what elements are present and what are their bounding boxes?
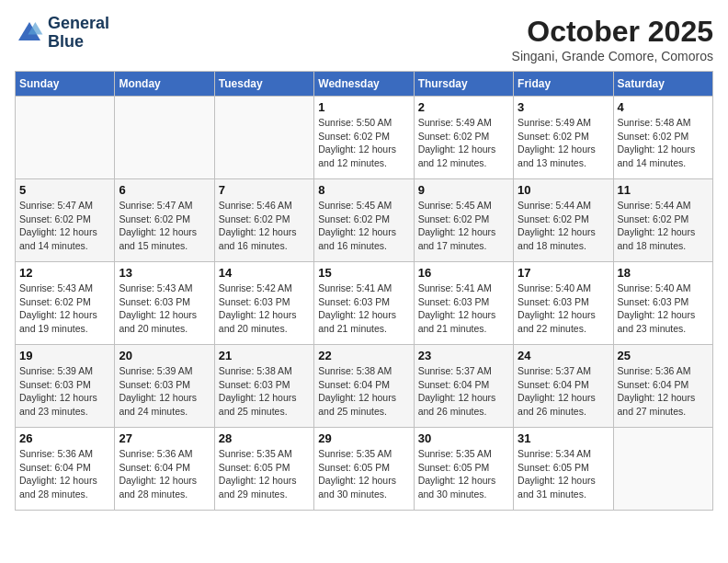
calendar-cell: 6Sunrise: 5:47 AMSunset: 6:02 PMDaylight… [115, 179, 214, 262]
day-info: Sunrise: 5:38 AMSunset: 6:04 PMDaylight:… [318, 364, 409, 419]
day-info: Sunrise: 5:40 AMSunset: 6:03 PMDaylight:… [618, 282, 709, 336]
calendar-cell: 10Sunrise: 5:44 AMSunset: 6:02 PMDayligh… [514, 179, 613, 262]
page-header: General Blue October 2025 Singani, Grand… [15, 15, 713, 63]
calendar-week-row: 12Sunrise: 5:43 AMSunset: 6:02 PMDayligh… [16, 262, 713, 345]
day-info: Sunrise: 5:47 AMSunset: 6:02 PMDaylight:… [119, 199, 210, 253]
title-section: October 2025 Singani, Grande Comore, Com… [512, 15, 713, 63]
day-info: Sunrise: 5:34 AMSunset: 6:05 PMDaylight:… [518, 447, 609, 501]
day-number: 21 [219, 349, 310, 362]
weekday-header-saturday: Saturday [613, 72, 712, 97]
day-info: Sunrise: 5:43 AMSunset: 6:03 PMDaylight:… [119, 282, 210, 336]
logo-line2: Blue [48, 33, 109, 52]
day-number: 7 [219, 183, 310, 197]
day-info: Sunrise: 5:49 AMSunset: 6:02 PMDaylight:… [418, 116, 509, 170]
day-info: Sunrise: 5:40 AMSunset: 6:03 PMDaylight:… [518, 282, 609, 336]
calendar-cell: 3Sunrise: 5:49 AMSunset: 6:02 PMDaylight… [514, 97, 613, 179]
day-info: Sunrise: 5:44 AMSunset: 6:02 PMDaylight:… [618, 199, 709, 253]
calendar-cell: 15Sunrise: 5:41 AMSunset: 6:03 PMDayligh… [314, 262, 414, 345]
day-number: 18 [618, 266, 709, 280]
day-number: 8 [318, 183, 409, 197]
day-info: Sunrise: 5:41 AMSunset: 6:03 PMDaylight:… [418, 282, 509, 336]
day-number: 2 [418, 100, 509, 114]
day-number: 11 [618, 183, 709, 197]
weekday-header-sunday: Sunday [16, 72, 115, 97]
day-number: 25 [618, 349, 709, 362]
day-info: Sunrise: 5:39 AMSunset: 6:03 PMDaylight:… [119, 364, 210, 419]
calendar-cell [613, 428, 712, 511]
day-number: 13 [119, 266, 210, 280]
day-info: Sunrise: 5:41 AMSunset: 6:03 PMDaylight:… [318, 282, 409, 336]
day-info: Sunrise: 5:35 AMSunset: 6:05 PMDaylight:… [219, 447, 310, 501]
calendar-cell: 29Sunrise: 5:35 AMSunset: 6:05 PMDayligh… [314, 428, 414, 511]
calendar-cell [115, 97, 214, 179]
day-number: 15 [318, 266, 409, 280]
day-number: 19 [19, 349, 110, 362]
day-number: 1 [318, 100, 409, 114]
day-number: 24 [518, 349, 609, 362]
day-number: 14 [219, 266, 310, 280]
calendar-cell: 24Sunrise: 5:37 AMSunset: 6:04 PMDayligh… [514, 345, 613, 428]
calendar-cell: 8Sunrise: 5:45 AMSunset: 6:02 PMDaylight… [314, 179, 414, 262]
calendar-cell: 31Sunrise: 5:34 AMSunset: 6:05 PMDayligh… [514, 428, 613, 511]
day-number: 16 [418, 266, 509, 280]
weekday-header-tuesday: Tuesday [214, 72, 313, 97]
day-info: Sunrise: 5:46 AMSunset: 6:02 PMDaylight:… [219, 199, 310, 253]
calendar-week-row: 19Sunrise: 5:39 AMSunset: 6:03 PMDayligh… [16, 345, 713, 428]
day-info: Sunrise: 5:36 AMSunset: 6:04 PMDaylight:… [119, 447, 210, 501]
day-number: 31 [518, 431, 609, 445]
day-number: 5 [19, 183, 110, 197]
calendar-cell: 5Sunrise: 5:47 AMSunset: 6:02 PMDaylight… [16, 179, 115, 262]
day-number: 10 [518, 183, 609, 197]
calendar-table: SundayMondayTuesdayWednesdayThursdayFrid… [15, 71, 713, 511]
calendar-cell: 4Sunrise: 5:48 AMSunset: 6:02 PMDaylight… [613, 97, 712, 179]
calendar-cell: 9Sunrise: 5:45 AMSunset: 6:02 PMDaylight… [414, 179, 513, 262]
calendar-cell: 23Sunrise: 5:37 AMSunset: 6:04 PMDayligh… [414, 345, 513, 428]
calendar-cell: 13Sunrise: 5:43 AMSunset: 6:03 PMDayligh… [115, 262, 214, 345]
month-title: October 2025 [512, 15, 713, 49]
calendar-cell [16, 97, 115, 179]
day-number: 23 [418, 349, 509, 362]
weekday-header-thursday: Thursday [414, 72, 513, 97]
day-info: Sunrise: 5:38 AMSunset: 6:03 PMDaylight:… [219, 364, 310, 419]
calendar-cell: 20Sunrise: 5:39 AMSunset: 6:03 PMDayligh… [115, 345, 214, 428]
calendar-cell: 19Sunrise: 5:39 AMSunset: 6:03 PMDayligh… [16, 345, 115, 428]
calendar-cell: 7Sunrise: 5:46 AMSunset: 6:02 PMDaylight… [214, 179, 313, 262]
calendar-cell: 12Sunrise: 5:43 AMSunset: 6:02 PMDayligh… [16, 262, 115, 345]
day-info: Sunrise: 5:42 AMSunset: 6:03 PMDaylight:… [219, 282, 310, 336]
logo-line1: General [48, 15, 109, 33]
day-number: 3 [518, 100, 609, 114]
weekday-header-row: SundayMondayTuesdayWednesdayThursdayFrid… [16, 72, 713, 97]
calendar-week-row: 5Sunrise: 5:47 AMSunset: 6:02 PMDaylight… [16, 179, 713, 262]
calendar-cell: 21Sunrise: 5:38 AMSunset: 6:03 PMDayligh… [214, 345, 313, 428]
day-info: Sunrise: 5:39 AMSunset: 6:03 PMDaylight:… [19, 364, 110, 419]
calendar-cell: 2Sunrise: 5:49 AMSunset: 6:02 PMDaylight… [414, 97, 513, 179]
day-info: Sunrise: 5:47 AMSunset: 6:02 PMDaylight:… [19, 199, 110, 253]
location-subtitle: Singani, Grande Comore, Comoros [512, 49, 713, 63]
calendar-cell: 16Sunrise: 5:41 AMSunset: 6:03 PMDayligh… [414, 262, 513, 345]
day-info: Sunrise: 5:43 AMSunset: 6:02 PMDaylight:… [19, 282, 110, 336]
calendar-cell: 14Sunrise: 5:42 AMSunset: 6:03 PMDayligh… [214, 262, 313, 345]
day-number: 6 [119, 183, 210, 197]
day-number: 26 [19, 431, 110, 445]
weekday-header-friday: Friday [514, 72, 613, 97]
day-info: Sunrise: 5:36 AMSunset: 6:04 PMDaylight:… [19, 447, 110, 501]
day-number: 27 [119, 431, 210, 445]
day-info: Sunrise: 5:44 AMSunset: 6:02 PMDaylight:… [518, 199, 609, 253]
calendar-cell: 28Sunrise: 5:35 AMSunset: 6:05 PMDayligh… [214, 428, 313, 511]
day-info: Sunrise: 5:35 AMSunset: 6:05 PMDaylight:… [318, 447, 409, 501]
calendar-cell: 30Sunrise: 5:35 AMSunset: 6:05 PMDayligh… [414, 428, 513, 511]
day-number: 22 [318, 349, 409, 362]
day-info: Sunrise: 5:48 AMSunset: 6:02 PMDaylight:… [618, 116, 709, 170]
calendar-cell: 22Sunrise: 5:38 AMSunset: 6:04 PMDayligh… [314, 345, 414, 428]
calendar-week-row: 1Sunrise: 5:50 AMSunset: 6:02 PMDaylight… [16, 97, 713, 179]
day-info: Sunrise: 5:45 AMSunset: 6:02 PMDaylight:… [318, 199, 409, 253]
calendar-week-row: 26Sunrise: 5:36 AMSunset: 6:04 PMDayligh… [16, 428, 713, 511]
day-info: Sunrise: 5:37 AMSunset: 6:04 PMDaylight:… [418, 364, 509, 419]
day-info: Sunrise: 5:49 AMSunset: 6:02 PMDaylight:… [518, 116, 609, 170]
day-info: Sunrise: 5:45 AMSunset: 6:02 PMDaylight:… [418, 199, 509, 253]
calendar-cell: 1Sunrise: 5:50 AMSunset: 6:02 PMDaylight… [314, 97, 414, 179]
day-number: 30 [418, 431, 509, 445]
day-info: Sunrise: 5:50 AMSunset: 6:02 PMDaylight:… [318, 116, 409, 170]
weekday-header-monday: Monday [115, 72, 214, 97]
day-info: Sunrise: 5:36 AMSunset: 6:04 PMDaylight:… [618, 364, 709, 419]
